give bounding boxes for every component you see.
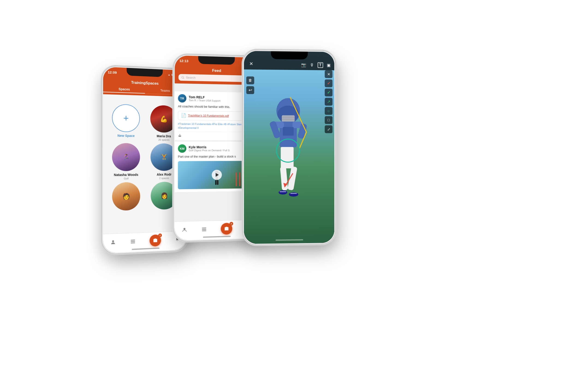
tab-bar-1: Spaces Teams [103,85,185,95]
nav-profile-2[interactable] [182,227,188,233]
space-natasha[interactable]: 🏃‍♀️ Natasha Woods Golf [110,143,143,180]
nav-profile[interactable] [110,239,116,245]
check-red-btn[interactable]: ✓ [325,79,333,87]
svg-rect-11 [217,180,218,185]
phone-3-inner: ✕ 📷 🎙 T ▣ 🗑 ↩ [244,51,334,244]
volume-down-button-2[interactable] [174,103,174,112]
volume-up-button-2[interactable] [174,89,174,98]
feed-title: Feed [178,67,254,74]
notch-1 [126,68,163,77]
phone-3: ✕ 📷 🎙 T ▣ 🗑 ↩ [243,50,335,245]
space-sub-natasha: Golf [110,177,143,180]
new-space-avatar: + [112,104,140,132]
search-placeholder: Search [186,76,195,79]
avatar-maria-img: 💪 [150,105,177,133]
svg-rect-30 [287,166,297,191]
football-player-svg [258,92,318,203]
nav-camera-wrap: 2 [150,234,161,247]
more-btn[interactable]: ▣ [327,63,331,68]
signal-icon-1: ▲ [168,73,170,76]
avatar-p4-img: 🧑 [112,182,140,211]
avatar-kyle-initials: KM [180,147,185,150]
svg-point-0 [112,240,114,242]
mic-btn[interactable]: 🎙 [310,63,314,67]
share-icon [178,134,182,137]
feed-user-name-kyle: Kyle Morris [189,145,230,149]
text-mode-btn[interactable]: T [317,62,323,68]
avatar-tom: TR [178,94,187,103]
svg-rect-28 [281,147,294,168]
svg-point-31 [278,190,287,195]
avatar-natasha-img: 🏃‍♀️ [112,143,140,171]
camera-badge-2: 2 [230,222,233,225]
annotation-toolbar: ✕ ✓ ✓ ↗ ○ □ ⤢ [325,70,333,133]
top-toolbar: 📷 🎙 T ▣ [301,62,331,68]
feed-user-sub-tom: Tom R. / Team USA Support [189,99,220,102]
menu-icon-2 [201,226,207,232]
time-1: 12:09 [108,70,117,74]
left-toolbar: 🗑 ↩ [246,76,254,94]
square-btn[interactable]: □ [325,116,333,124]
undo-btn[interactable]: ↩ [246,86,254,94]
new-space-item[interactable]: + New Space [110,104,142,141]
player-area [251,69,325,225]
camera-switch-btn[interactable]: 📷 [301,63,306,67]
feed-user-sub-kyle: Golf Digest Pros on Demand / Full S [189,149,230,152]
video-fullscreen: ✕ 📷 🎙 T ▣ 🗑 ↩ [244,51,334,244]
camera-icon-2 [224,226,229,231]
camera-badge: 2 [158,233,162,237]
circle-btn[interactable]: ○ [325,107,333,115]
pole-1 [236,172,237,186]
tab-spaces[interactable]: Spaces [103,85,145,93]
svg-rect-25 [283,127,294,136]
svg-rect-14 [202,229,206,230]
svg-line-6 [183,78,184,79]
play-triangle [216,173,219,177]
notch-2 [198,56,235,65]
nav-menu-2[interactable] [201,226,207,232]
pdf-name: TrackMan's 10 Fundamentals.pdf [188,114,229,118]
search-bar[interactable]: Search [178,74,254,82]
space-name-natasha: Natasha Woods [110,173,143,177]
time-2: 12:13 [179,59,189,63]
svg-point-5 [182,76,184,78]
svg-point-12 [184,228,185,230]
arrow-btn[interactable]: ↗ [325,98,333,106]
svg-rect-15 [202,230,206,231]
avatar-kyle: KM [178,144,187,153]
search-icon [181,76,185,79]
space-person4[interactable]: 🧑 [110,182,143,213]
svg-point-32 [289,192,298,197]
check-green-btn[interactable]: ✓ [325,88,333,96]
trash-btn[interactable]: 🗑 [246,76,254,84]
nav-content[interactable] [130,238,136,244]
svg-rect-13 [202,227,206,228]
pdf-icon: 📄 [181,113,186,118]
space-avatar-maria: 💪 [150,105,177,133]
svg-rect-2 [131,241,135,242]
new-space-label: New Space [110,133,142,138]
profile-icon-2 [182,227,188,233]
profile-icon [110,239,116,245]
phone-3-screen: ✕ 📷 🎙 T ▣ 🗑 ↩ [244,51,334,244]
svg-rect-33 [280,191,286,192]
app-header-1: TrainingSpaces Spaces Teams [103,77,185,97]
space-avatar-natasha: 🏃‍♀️ [112,143,140,171]
feed-user-info-tom: Tom RELF Tom R. / Team USA Support [189,95,220,102]
feed-user-info-kyle: Kyle Morris Golf Digest Pros on Demand /… [189,145,230,152]
notch-3 [271,51,308,60]
phones-container: 12:09 ▲ WiFi 🔋 TrainingSpaces Spaces Tea… [40,32,548,355]
svg-rect-1 [131,240,135,240]
pole-2 [239,172,240,186]
share-action[interactable] [178,134,182,137]
avatar-tom-initials: TR [180,97,184,100]
bottom-nav-1: 2 [103,231,187,253]
svg-rect-19 [282,115,295,122]
close-btn[interactable]: ✕ [248,60,254,67]
plus-icon: + [123,113,129,123]
svg-rect-29 [280,167,288,191]
expand-btn[interactable]: ⤢ [325,125,333,133]
space-avatar-person4: 🧑 [112,182,140,211]
close-annotation-btn[interactable]: ✕ [325,70,333,78]
svg-rect-3 [131,242,135,243]
